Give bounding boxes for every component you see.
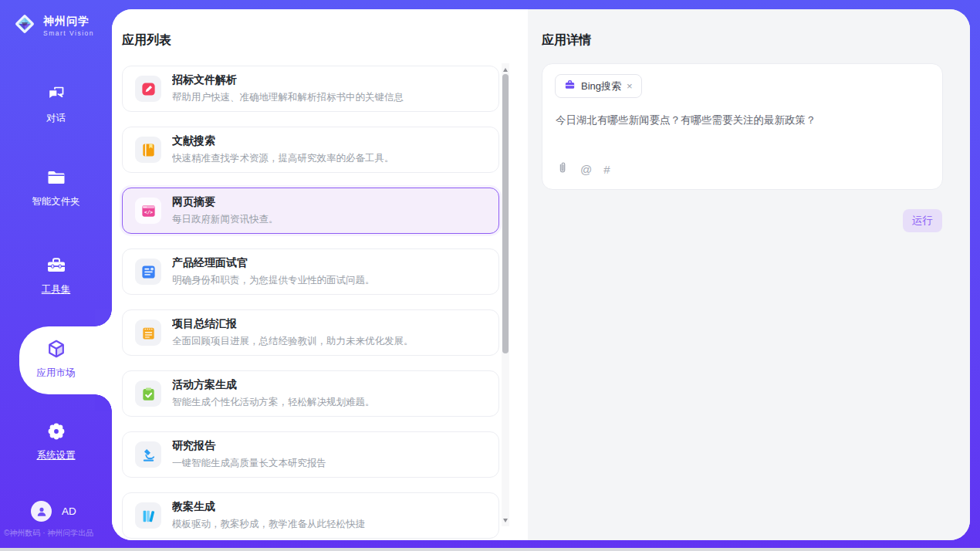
briefcase-icon <box>564 79 576 93</box>
toolbox-icon <box>46 255 67 276</box>
sidebar-item-app-market[interactable]: 应用市场 <box>0 338 112 380</box>
app-card-tender-analysis[interactable]: 招标文件解析 帮助用户快速、准确地理解和解析招标书中的关键信息 <box>122 66 499 112</box>
sidebar: 神州问学 Smart Vision 对话 智能文件夹 <box>0 0 112 548</box>
sidebar-item-label: 系统设置 <box>0 449 112 462</box>
composer-toolbar: @ # <box>556 161 610 177</box>
app-card-title: 教案生成 <box>172 500 365 514</box>
clipboard-check-icon <box>135 380 161 407</box>
logo: 神州问学 Smart Vision <box>12 11 94 40</box>
logo-subtitle: Smart Vision <box>43 29 94 37</box>
user-initials: AD <box>62 505 76 517</box>
folder-icon <box>46 167 67 188</box>
app-card-title: 研究报告 <box>172 439 326 453</box>
app-card-desc: 智能生成个性化活动方案，轻松解决规划难题。 <box>172 396 375 409</box>
app-card-desc: 明确身份和职责，为您提供专业性的面试问题。 <box>172 274 375 287</box>
app-card-list: 招标文件解析 帮助用户快速、准确地理解和解析招标书中的关键信息 文献搜索 <box>122 66 499 540</box>
microscope-icon <box>135 441 161 468</box>
scroll-down-icon[interactable] <box>502 516 509 525</box>
person-icon <box>35 505 49 519</box>
scrollbar-thumb[interactable] <box>502 74 509 353</box>
at-icon[interactable]: @ <box>580 163 592 176</box>
svg-text:</>: </> <box>144 209 152 215</box>
app-detail-panel: 应用详情 Bing搜索 × 今日湖北有哪些新闻要点？有哪些需要关注的最新政策？ <box>528 9 970 540</box>
cube-icon <box>46 338 67 360</box>
sidebar-footer: ©神州数码 · 神州问学出品 <box>4 528 112 539</box>
app-card-event-plan[interactable]: 活动方案生成 智能生成个性化活动方案，轻松解决规划难题。 <box>122 370 499 417</box>
book-icon <box>135 137 161 163</box>
sidebar-item-chat[interactable]: 对话 <box>0 83 112 125</box>
app-card-project-summary[interactable]: 项目总结汇报 全面回顾项目进展，总结经验教训，助力未来优化发展。 <box>122 309 499 356</box>
sidebar-item-label: 智能文件夹 <box>0 195 112 208</box>
app-list-panel: 应用列表 招标文件解析 帮助用户快速、准确地理解和解析招标书中的关键信息 <box>112 9 528 540</box>
sidebar-item-settings[interactable]: 系统设置 <box>0 421 112 462</box>
logo-text: 神州问学 Smart Vision <box>43 15 94 37</box>
logo-diamond-icon <box>12 11 38 40</box>
user-account[interactable]: AD <box>31 501 76 522</box>
avatar <box>31 501 52 522</box>
prompt-input[interactable]: 今日湖北有哪些新闻要点？有哪些需要关注的最新政策？ <box>556 113 926 128</box>
app-card-desc: 一键智能生成高质量长文本研究报告 <box>172 457 326 470</box>
app-card-desc: 快速精准查找学术资源，提高研究效率的必备工具。 <box>172 152 394 165</box>
logo-title: 神州问学 <box>43 15 94 29</box>
app-card-lesson-plan[interactable]: 教案生成 模板驱动，教案秒成，教学准备从此轻松快捷 <box>122 492 499 539</box>
app-card-web-summary[interactable]: </> 网页摘要 每日政府新闻资讯快查。 <box>122 188 499 234</box>
app-window: 神州问学 Smart Vision 对话 智能文件夹 <box>0 0 980 548</box>
interview-list-icon <box>135 259 161 285</box>
sidebar-item-toolset[interactable]: 工具集 <box>0 255 112 296</box>
browser-code-icon: </> <box>135 198 161 224</box>
gear-icon <box>46 421 67 442</box>
main-panel: 应用列表 招标文件解析 帮助用户快速、准确地理解和解析招标书中的关键信息 <box>112 9 970 540</box>
app-card-literature-search[interactable]: 文献搜索 快速精准查找学术资源，提高研究效率的必备工具。 <box>122 127 499 173</box>
chat-icon <box>46 83 67 105</box>
paperclip-icon[interactable] <box>556 161 569 177</box>
app-card-desc: 全面回顾项目进展，总结经验教训，助力未来优化发展。 <box>172 335 414 348</box>
books-icon <box>135 502 161 529</box>
app-card-title: 产品经理面试官 <box>172 256 375 270</box>
app-card-research-report[interactable]: 研究报告 一键智能生成高质量长文本研究报告 <box>122 431 499 478</box>
sidebar-item-label: 应用市场 <box>0 367 112 380</box>
close-icon[interactable]: × <box>627 81 633 91</box>
sidebar-item-label: 工具集 <box>0 283 112 296</box>
app-card-desc: 每日政府新闻资讯快查。 <box>172 213 279 226</box>
app-list-title: 应用列表 <box>122 32 171 49</box>
app-card-title: 网页摘要 <box>172 195 279 209</box>
app-card-title: 活动方案生成 <box>172 378 375 392</box>
pencil-square-icon <box>135 76 161 102</box>
hash-icon[interactable]: # <box>603 163 610 176</box>
app-card-desc: 模板驱动，教案秒成，教学准备从此轻松快捷 <box>172 518 365 531</box>
app-card-title: 招标文件解析 <box>172 73 404 87</box>
notepad-icon <box>135 319 161 346</box>
list-scrollbar[interactable] <box>502 63 509 526</box>
app-card-desc: 帮助用户快速、准确地理解和解析招标书中的关键信息 <box>172 91 404 104</box>
sidebar-item-label: 对话 <box>0 112 112 125</box>
sidebar-item-smart-folder[interactable]: 智能文件夹 <box>0 167 112 208</box>
app-detail-title: 应用详情 <box>542 32 591 49</box>
app-card-title: 项目总结汇报 <box>172 317 414 331</box>
scroll-up-icon[interactable] <box>502 65 509 74</box>
tool-tag-label: Bing搜索 <box>581 79 621 93</box>
run-button[interactable]: 运行 <box>903 209 942 232</box>
prompt-composer-card: Bing搜索 × 今日湖北有哪些新闻要点？有哪些需要关注的最新政策？ @ # <box>542 63 943 190</box>
tool-tag-bing-search[interactable]: Bing搜索 × <box>555 74 642 98</box>
app-card-pm-interviewer[interactable]: 产品经理面试官 明确身份和职责，为您提供专业性的面试问题。 <box>122 248 499 295</box>
app-card-title: 文献搜索 <box>172 134 394 148</box>
